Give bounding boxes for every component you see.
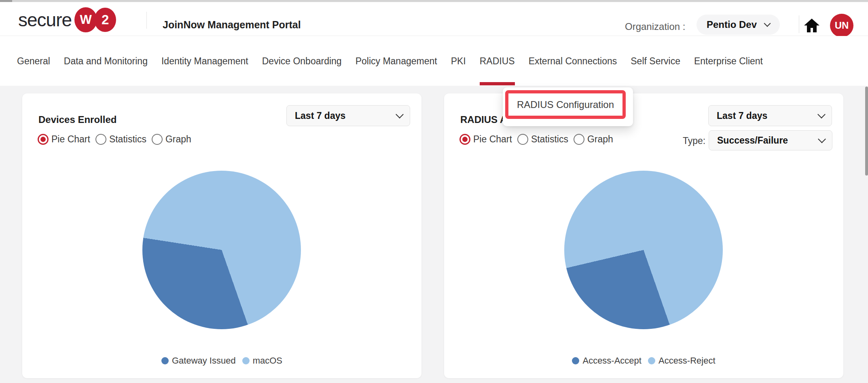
legend-label: Access-Accept xyxy=(582,355,641,366)
legend-label: Gateway Issued xyxy=(172,355,236,366)
radius-card: RADIUS A Last 7 days Type: Success/Failu… xyxy=(444,93,843,378)
nav-item-policy-management[interactable]: Policy Management xyxy=(356,56,437,86)
annotation-highlight-box: RADIUS Configuration xyxy=(505,90,626,119)
radio-unselected-icon[interactable] xyxy=(517,134,528,145)
legend-dot-dark-blue xyxy=(161,357,169,364)
radio-selected-icon[interactable] xyxy=(38,134,49,145)
devices-enrolled-pie-chart xyxy=(142,171,301,329)
period-select-value: Last 7 days xyxy=(717,110,767,121)
nav-item-identity-management[interactable]: Identity Management xyxy=(161,56,248,86)
radio-selected-icon[interactable] xyxy=(459,134,470,145)
organization-value: Pentio Dev xyxy=(707,19,757,30)
radio-label: Graph xyxy=(587,134,613,145)
home-button[interactable] xyxy=(803,18,820,33)
nav-item-enterprise-client[interactable]: Enterprise Client xyxy=(694,56,763,86)
type-select-value: Success/Failure xyxy=(717,135,788,146)
legend-label: Access-Reject xyxy=(658,355,716,366)
nav-item-general[interactable]: General xyxy=(17,56,50,86)
avatar[interactable]: UN xyxy=(830,14,853,37)
chevron-down-icon xyxy=(764,20,771,27)
chart-view-radio-group: Pie Chart Statistics Graph xyxy=(459,134,613,145)
radio-pie-chart[interactable]: Pie Chart xyxy=(38,134,90,145)
organization-selector[interactable]: Pentio Dev xyxy=(697,15,780,35)
legend-label: macOS xyxy=(253,355,282,366)
chevron-down-icon xyxy=(817,110,826,118)
legend-dot-light-blue xyxy=(242,357,250,364)
nav-item-device-onboarding[interactable]: Device Onboarding xyxy=(262,56,342,86)
radio-label: Statistics xyxy=(531,134,568,145)
organization-label: Organization : xyxy=(625,21,685,32)
header: secure W 2 JoinNow Management Portal Org… xyxy=(0,2,868,36)
legend-dot-dark-blue xyxy=(572,357,579,364)
portal-title: JoinNow Management Portal xyxy=(163,19,301,31)
radio-pie-chart[interactable]: Pie Chart xyxy=(459,134,512,145)
nav-item-external-connections[interactable]: External Connections xyxy=(529,56,617,86)
header-divider xyxy=(146,12,147,29)
securew2-logo[interactable]: secure W 2 xyxy=(18,6,117,33)
card-title: RADIUS A xyxy=(460,114,507,125)
chart-legend: Access-Accept Access-Reject xyxy=(444,355,843,366)
radio-unselected-icon[interactable] xyxy=(152,134,163,145)
main-nav: General Data and Monitoring Identity Man… xyxy=(0,36,868,86)
radio-label: Statistics xyxy=(109,134,146,145)
header-divider xyxy=(799,15,799,33)
radio-label: Pie Chart xyxy=(51,134,90,145)
radio-statistics[interactable]: Statistics xyxy=(95,134,146,145)
nav-item-self-service[interactable]: Self Service xyxy=(631,56,680,86)
legend-dot-light-blue xyxy=(648,357,655,364)
period-select[interactable]: Last 7 days xyxy=(286,105,410,126)
type-select[interactable]: Success/Failure xyxy=(709,130,832,150)
period-select[interactable]: Last 7 days xyxy=(708,105,832,126)
chart-view-radio-group: Pie Chart Statistics Graph xyxy=(38,134,191,145)
logo-w-badge: W xyxy=(74,7,97,32)
legend-item-macos: macOS xyxy=(242,355,282,366)
period-select-value: Last 7 days xyxy=(295,110,345,121)
radius-auth-pie-chart xyxy=(564,171,723,329)
chevron-down-icon xyxy=(396,110,404,118)
legend-item-gateway-issued: Gateway Issued xyxy=(161,355,236,366)
radio-label: Graph xyxy=(165,134,191,145)
nav-item-radius[interactable]: RADIUS xyxy=(480,56,515,86)
type-label: Type: xyxy=(683,135,705,146)
menu-item-radius-configuration[interactable]: RADIUS Configuration xyxy=(517,99,614,110)
radio-label: Pie Chart xyxy=(473,134,512,145)
card-title: Devices Enrolled xyxy=(38,114,116,125)
chart-legend: Gateway Issued macOS xyxy=(22,355,421,366)
nav-item-pki[interactable]: PKI xyxy=(451,56,466,86)
radio-graph[interactable]: Graph xyxy=(574,134,613,145)
legend-item-access-accept: Access-Accept xyxy=(572,355,641,366)
legend-item-access-reject: Access-Reject xyxy=(648,355,716,366)
home-icon xyxy=(803,18,820,33)
chevron-down-icon xyxy=(818,135,826,143)
scrollbar-thumb[interactable] xyxy=(865,87,868,176)
devices-enrolled-card: Devices Enrolled Last 7 days Pie Chart S… xyxy=(22,93,421,378)
logo-text: secure xyxy=(18,7,72,32)
radio-graph[interactable]: Graph xyxy=(152,134,191,145)
radio-unselected-icon[interactable] xyxy=(574,134,584,145)
radio-statistics[interactable]: Statistics xyxy=(517,134,568,145)
radius-dropdown-menu: RADIUS Configuration xyxy=(503,87,633,126)
app-window: secure W 2 JoinNow Management Portal Org… xyxy=(0,0,868,383)
radio-unselected-icon[interactable] xyxy=(95,134,106,145)
nav-item-data-and-monitoring[interactable]: Data and Monitoring xyxy=(64,56,148,86)
